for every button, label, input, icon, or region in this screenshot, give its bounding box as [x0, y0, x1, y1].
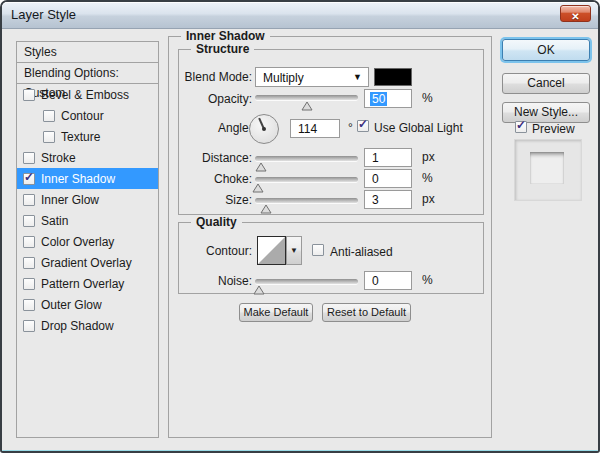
cancel-button[interactable]: Cancel: [502, 73, 590, 94]
sidebar-item-label: Pattern Overlay: [41, 277, 124, 291]
use-global-light-label: Use Global Light: [374, 121, 463, 135]
opacity-slider[interactable]: [255, 92, 358, 106]
size-input[interactable]: 3: [364, 190, 412, 209]
quality-group-title: Quality: [191, 215, 242, 229]
slider-thumb[interactable]: [253, 281, 265, 299]
style-enable-checkbox[interactable]: [23, 152, 35, 164]
slider-track: [255, 177, 358, 182]
panel-title: Inner Shadow: [181, 29, 270, 43]
sidebar-item-pattern-overlay[interactable]: Pattern Overlay: [17, 273, 158, 294]
distance-slider[interactable]: [255, 153, 358, 167]
check-icon: ✓: [24, 171, 34, 183]
sidebar-item-label: Outer Glow: [41, 298, 102, 312]
sidebar-item-drop-shadow[interactable]: Drop Shadow: [17, 315, 158, 336]
size-label: Size:: [152, 193, 252, 207]
make-default-button[interactable]: Make Default: [239, 303, 313, 322]
close-icon: ✕: [571, 11, 579, 22]
sidebar-item-outer-glow[interactable]: Outer Glow: [17, 294, 158, 315]
sidebar-item-styles[interactable]: Styles: [17, 42, 158, 63]
noise-input[interactable]: 0: [364, 271, 412, 290]
angle-unit: °: [348, 121, 353, 135]
sidebar-item-blending-options[interactable]: Blending Options: Custom: [17, 63, 158, 84]
angle-input[interactable]: 114: [290, 119, 340, 138]
sidebar-item-label: Inner Shadow: [41, 172, 115, 186]
style-enable-checkbox[interactable]: [23, 257, 35, 269]
style-enable-checkbox[interactable]: [23, 278, 35, 290]
check-icon: ✓: [516, 119, 526, 131]
sidebar-item-label: Texture: [61, 130, 100, 144]
opacity-input[interactable]: 50: [364, 89, 412, 108]
sidebar-item-label: Stroke: [41, 151, 76, 165]
sidebar-item-label: Satin: [41, 214, 68, 228]
layer-style-dialog: Layer Style ✕ Styles Blending Options: C…: [0, 0, 600, 453]
structure-group-title: Structure: [191, 42, 254, 56]
contour-thumbnail: [258, 237, 285, 264]
titlebar[interactable]: Layer Style ✕: [2, 2, 598, 29]
style-enable-checkbox[interactable]: [43, 110, 55, 122]
contour-picker[interactable]: [257, 236, 286, 265]
ok-button[interactable]: OK: [502, 39, 590, 61]
noise-label: Noise:: [152, 274, 252, 288]
preview-checkbox[interactable]: ✓: [515, 121, 527, 133]
angle-dial-center: [262, 127, 266, 131]
sidebar-item-gradient-overlay[interactable]: Gradient Overlay: [17, 252, 158, 273]
sidebar-item-satin[interactable]: Satin: [17, 210, 158, 231]
sidebar-item-label: Bevel & Emboss: [41, 88, 129, 102]
choke-input[interactable]: 0: [364, 169, 412, 188]
styles-sidebar: Styles Blending Options: Custom Bevel & …: [16, 41, 159, 438]
anti-aliased-label: Anti-aliased: [330, 245, 393, 259]
dialog-body: Styles Blending Options: Custom Bevel & …: [2, 29, 598, 452]
distance-input[interactable]: 1: [364, 148, 412, 167]
noise-slider[interactable]: [255, 276, 358, 290]
slider-thumb[interactable]: [301, 97, 313, 115]
slider-thumb[interactable]: [260, 200, 272, 218]
preview-label: Preview: [532, 122, 575, 136]
use-global-light-checkbox[interactable]: ✓: [357, 120, 369, 132]
check-icon: ✓: [358, 118, 368, 130]
opacity-value-selected: 50: [370, 92, 387, 106]
contour-dropdown-button[interactable]: ▼: [286, 236, 302, 265]
style-enable-checkbox[interactable]: [23, 320, 35, 332]
style-enable-checkbox[interactable]: [23, 89, 35, 101]
style-enable-checkbox[interactable]: ✓: [23, 173, 35, 185]
chevron-down-icon: ▼: [353, 72, 362, 82]
anti-aliased-checkbox[interactable]: [312, 244, 324, 256]
style-enable-checkbox[interactable]: [43, 131, 55, 143]
choke-label: Choke:: [152, 172, 252, 186]
sidebar-item-label: Drop Shadow: [41, 319, 114, 333]
shadow-color-swatch[interactable]: [374, 68, 412, 86]
dialog-title: Layer Style: [11, 7, 76, 22]
blend-mode-label: Blend Mode:: [152, 70, 252, 84]
choke-unit: %: [422, 171, 433, 185]
opacity-label: Opacity:: [152, 92, 252, 106]
choke-slider[interactable]: [255, 174, 358, 188]
size-unit: px: [422, 192, 435, 206]
style-enable-checkbox[interactable]: [23, 194, 35, 206]
blend-mode-value: Multiply: [263, 71, 304, 85]
style-enable-checkbox[interactable]: [23, 299, 35, 311]
sidebar-item-texture[interactable]: Texture: [17, 126, 158, 147]
noise-unit: %: [422, 273, 433, 287]
style-enable-checkbox[interactable]: [23, 215, 35, 227]
sidebar-item-inner-glow[interactable]: Inner Glow: [17, 189, 158, 210]
sidebar-item-color-overlay[interactable]: Color Overlay: [17, 231, 158, 252]
sidebar-item-list: Bevel & EmbossContourTextureStroke✓Inner…: [17, 84, 158, 336]
angle-label: Angle:: [152, 121, 252, 135]
sidebar-item-contour[interactable]: Contour: [17, 105, 158, 126]
slider-track: [255, 156, 358, 161]
contour-label: Contour:: [152, 244, 252, 258]
reset-to-default-button[interactable]: Reset to Default: [322, 303, 411, 322]
sidebar-item-label: Color Overlay: [41, 235, 114, 249]
blend-mode-dropdown[interactable]: Multiply ▼: [255, 67, 369, 87]
sidebar-item-label: Contour: [61, 109, 104, 123]
opacity-unit: %: [422, 91, 433, 105]
style-preview-inner-shadow: [530, 152, 564, 184]
angle-dial[interactable]: [249, 114, 279, 144]
sidebar-item-inner-shadow[interactable]: ✓Inner Shadow: [17, 168, 158, 189]
sidebar-item-stroke[interactable]: Stroke: [17, 147, 158, 168]
chevron-down-icon: ▼: [290, 246, 298, 255]
size-slider[interactable]: [255, 195, 358, 209]
distance-label: Distance:: [152, 151, 252, 165]
close-button[interactable]: ✕: [560, 5, 591, 22]
style-enable-checkbox[interactable]: [23, 236, 35, 248]
